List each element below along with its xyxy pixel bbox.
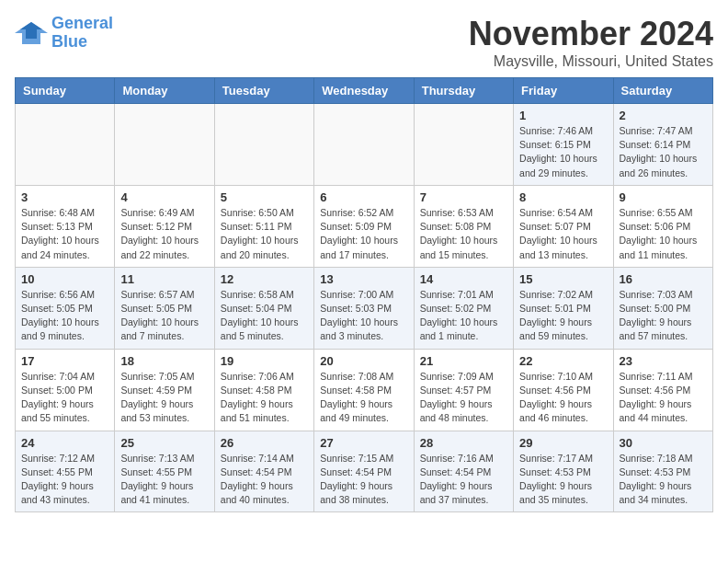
calendar-cell: 12Sunrise: 6:58 AM Sunset: 5:04 PM Dayli…	[214, 267, 313, 349]
day-info: Sunrise: 7:09 AM Sunset: 4:57 PM Dayligh…	[420, 370, 507, 426]
calendar-week-row: 1Sunrise: 7:46 AM Sunset: 6:15 PM Daylig…	[16, 104, 713, 186]
weekday-header: Saturday	[613, 78, 712, 104]
calendar-cell: 9Sunrise: 6:55 AM Sunset: 5:06 PM Daylig…	[613, 185, 712, 267]
weekday-header: Wednesday	[314, 78, 414, 104]
day-number: 16	[620, 272, 707, 286]
calendar-cell: 21Sunrise: 7:09 AM Sunset: 4:57 PM Dayli…	[414, 349, 513, 431]
calendar-cell	[16, 104, 115, 186]
calendar-cell: 6Sunrise: 6:52 AM Sunset: 5:09 PM Daylig…	[314, 185, 414, 267]
calendar-cell: 18Sunrise: 7:05 AM Sunset: 4:59 PM Dayli…	[115, 349, 214, 431]
day-info: Sunrise: 7:18 AM Sunset: 4:53 PM Dayligh…	[620, 452, 707, 508]
calendar-cell: 30Sunrise: 7:18 AM Sunset: 4:53 PM Dayli…	[613, 431, 712, 512]
day-number: 5	[221, 190, 308, 204]
calendar-cell: 19Sunrise: 7:06 AM Sunset: 4:58 PM Dayli…	[214, 349, 313, 431]
calendar-header-row: SundayMondayTuesdayWednesdayThursdayFrid…	[16, 78, 713, 104]
day-info: Sunrise: 6:56 AM Sunset: 5:05 PM Dayligh…	[21, 288, 108, 344]
calendar-cell	[214, 104, 313, 186]
calendar-cell: 7Sunrise: 6:53 AM Sunset: 5:08 PM Daylig…	[414, 185, 513, 267]
calendar-cell: 17Sunrise: 7:04 AM Sunset: 5:00 PM Dayli…	[16, 349, 115, 431]
day-info: Sunrise: 7:12 AM Sunset: 4:55 PM Dayligh…	[21, 452, 108, 508]
weekday-header: Thursday	[414, 78, 513, 104]
day-info: Sunrise: 7:46 AM Sunset: 6:15 PM Dayligh…	[519, 124, 607, 180]
day-info: Sunrise: 7:04 AM Sunset: 5:00 PM Dayligh…	[21, 370, 108, 426]
logo-icon	[15, 20, 48, 46]
page-header: General Blue November 2024 Maysville, Mi…	[15, 15, 713, 70]
day-info: Sunrise: 7:47 AM Sunset: 6:14 PM Dayligh…	[620, 124, 707, 180]
day-number: 30	[620, 436, 707, 450]
day-number: 24	[21, 436, 108, 450]
calendar-week-row: 24Sunrise: 7:12 AM Sunset: 4:55 PM Dayli…	[16, 431, 713, 512]
title-area: November 2024 Maysville, Missouri, Unite…	[469, 15, 713, 70]
calendar-cell: 11Sunrise: 6:57 AM Sunset: 5:05 PM Dayli…	[115, 267, 214, 349]
day-info: Sunrise: 6:58 AM Sunset: 5:04 PM Dayligh…	[221, 288, 308, 344]
day-number: 8	[519, 190, 607, 204]
calendar-cell: 2Sunrise: 7:47 AM Sunset: 6:14 PM Daylig…	[613, 104, 712, 186]
calendar-cell	[314, 104, 414, 186]
day-number: 13	[320, 272, 407, 286]
calendar-cell: 3Sunrise: 6:48 AM Sunset: 5:13 PM Daylig…	[16, 185, 115, 267]
day-info: Sunrise: 6:50 AM Sunset: 5:11 PM Dayligh…	[221, 206, 308, 262]
day-number: 18	[120, 354, 208, 368]
calendar-cell: 16Sunrise: 7:03 AM Sunset: 5:00 PM Dayli…	[613, 267, 712, 349]
day-info: Sunrise: 7:10 AM Sunset: 4:56 PM Dayligh…	[519, 370, 607, 426]
day-number: 21	[420, 354, 507, 368]
day-info: Sunrise: 6:54 AM Sunset: 5:07 PM Dayligh…	[519, 206, 607, 262]
calendar-cell: 10Sunrise: 6:56 AM Sunset: 5:05 PM Dayli…	[16, 267, 115, 349]
day-info: Sunrise: 7:08 AM Sunset: 4:58 PM Dayligh…	[320, 370, 407, 426]
day-number: 4	[120, 190, 208, 204]
day-number: 7	[420, 190, 507, 204]
day-number: 22	[519, 354, 607, 368]
day-info: Sunrise: 7:00 AM Sunset: 5:03 PM Dayligh…	[320, 288, 407, 344]
calendar-cell: 5Sunrise: 6:50 AM Sunset: 5:11 PM Daylig…	[214, 185, 313, 267]
calendar-body: 1Sunrise: 7:46 AM Sunset: 6:15 PM Daylig…	[16, 104, 713, 512]
calendar-cell: 22Sunrise: 7:10 AM Sunset: 4:56 PM Dayli…	[514, 349, 613, 431]
day-info: Sunrise: 6:55 AM Sunset: 5:06 PM Dayligh…	[620, 206, 707, 262]
calendar-cell: 24Sunrise: 7:12 AM Sunset: 4:55 PM Dayli…	[16, 431, 115, 512]
day-number: 25	[120, 436, 208, 450]
calendar-cell: 15Sunrise: 7:02 AM Sunset: 5:01 PM Dayli…	[514, 267, 613, 349]
calendar-cell: 29Sunrise: 7:17 AM Sunset: 4:53 PM Dayli…	[514, 431, 613, 512]
day-number: 9	[620, 190, 707, 204]
calendar-cell: 1Sunrise: 7:46 AM Sunset: 6:15 PM Daylig…	[514, 104, 613, 186]
calendar-cell: 13Sunrise: 7:00 AM Sunset: 5:03 PM Dayli…	[314, 267, 414, 349]
weekday-header: Tuesday	[214, 78, 313, 104]
day-number: 20	[320, 354, 407, 368]
calendar-cell: 28Sunrise: 7:16 AM Sunset: 4:54 PM Dayli…	[414, 431, 513, 512]
day-info: Sunrise: 7:06 AM Sunset: 4:58 PM Dayligh…	[221, 370, 308, 426]
day-info: Sunrise: 7:14 AM Sunset: 4:54 PM Dayligh…	[221, 452, 308, 508]
weekday-header: Monday	[115, 78, 214, 104]
day-number: 27	[320, 436, 407, 450]
day-info: Sunrise: 7:13 AM Sunset: 4:55 PM Dayligh…	[120, 452, 208, 508]
day-info: Sunrise: 6:57 AM Sunset: 5:05 PM Dayligh…	[120, 288, 208, 344]
calendar-table: SundayMondayTuesdayWednesdayThursdayFrid…	[15, 77, 713, 512]
calendar-cell: 25Sunrise: 7:13 AM Sunset: 4:55 PM Dayli…	[115, 431, 214, 512]
calendar-cell: 8Sunrise: 6:54 AM Sunset: 5:07 PM Daylig…	[514, 185, 613, 267]
calendar-cell: 20Sunrise: 7:08 AM Sunset: 4:58 PM Dayli…	[314, 349, 414, 431]
calendar-cell: 23Sunrise: 7:11 AM Sunset: 4:56 PM Dayli…	[613, 349, 712, 431]
day-info: Sunrise: 7:11 AM Sunset: 4:56 PM Dayligh…	[620, 370, 707, 426]
month-title: November 2024	[469, 15, 713, 53]
day-number: 12	[221, 272, 308, 286]
day-number: 11	[120, 272, 208, 286]
calendar-cell: 27Sunrise: 7:15 AM Sunset: 4:54 PM Dayli…	[314, 431, 414, 512]
day-info: Sunrise: 7:02 AM Sunset: 5:01 PM Dayligh…	[519, 288, 607, 344]
day-number: 10	[21, 272, 108, 286]
day-info: Sunrise: 6:52 AM Sunset: 5:09 PM Dayligh…	[320, 206, 407, 262]
calendar-cell: 26Sunrise: 7:14 AM Sunset: 4:54 PM Dayli…	[214, 431, 313, 512]
calendar-cell	[414, 104, 513, 186]
day-number: 2	[620, 109, 707, 122]
logo-line1: General	[51, 14, 113, 32]
day-info: Sunrise: 7:03 AM Sunset: 5:00 PM Dayligh…	[620, 288, 707, 344]
day-number: 29	[519, 436, 607, 450]
calendar-cell	[115, 104, 214, 186]
day-number: 26	[221, 436, 308, 450]
day-info: Sunrise: 7:05 AM Sunset: 4:59 PM Dayligh…	[120, 370, 208, 426]
weekday-header: Friday	[514, 78, 613, 104]
calendar-week-row: 10Sunrise: 6:56 AM Sunset: 5:05 PM Dayli…	[16, 267, 713, 349]
day-number: 14	[420, 272, 507, 286]
day-number: 19	[221, 354, 308, 368]
calendar-week-row: 3Sunrise: 6:48 AM Sunset: 5:13 PM Daylig…	[16, 185, 713, 267]
day-info: Sunrise: 7:01 AM Sunset: 5:02 PM Dayligh…	[420, 288, 507, 344]
day-info: Sunrise: 6:53 AM Sunset: 5:08 PM Dayligh…	[420, 206, 507, 262]
day-info: Sunrise: 7:15 AM Sunset: 4:54 PM Dayligh…	[320, 452, 407, 508]
